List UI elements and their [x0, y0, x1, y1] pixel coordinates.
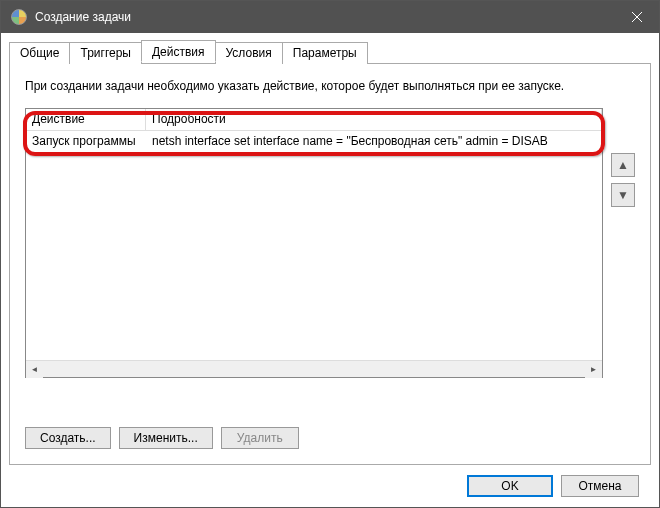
window-title: Создание задачи [35, 10, 131, 24]
close-button[interactable] [614, 1, 659, 33]
scroll-left-icon[interactable]: ◄ [26, 361, 43, 378]
content-area: Общие Триггеры Действия Условия Параметр… [1, 33, 659, 507]
cell-details: netsh interface set interface name = "Бе… [146, 132, 602, 150]
close-icon [632, 12, 642, 22]
tab-settings[interactable]: Параметры [282, 42, 368, 64]
app-icon [11, 9, 27, 25]
actions-table[interactable]: Действие Подробности Запуск программы ne… [25, 108, 603, 378]
table-row[interactable]: Запуск программы netsh interface set int… [26, 131, 602, 151]
cell-action: Запуск программы [26, 132, 146, 150]
move-down-button[interactable]: ▼ [611, 183, 635, 207]
reorder-buttons: ▲ ▼ [611, 108, 635, 417]
table-header: Действие Подробности [26, 109, 602, 131]
delete-button[interactable]: Удалить [221, 427, 299, 449]
tab-conditions[interactable]: Условия [215, 42, 283, 64]
create-button[interactable]: Создать... [25, 427, 111, 449]
scroll-right-icon[interactable]: ► [585, 361, 602, 378]
column-action[interactable]: Действие [26, 109, 146, 130]
tab-general[interactable]: Общие [9, 42, 70, 64]
dialog-buttons: OK Отмена [9, 465, 651, 507]
table-area: Действие Подробности Запуск программы ne… [25, 108, 635, 417]
edit-button[interactable]: Изменить... [119, 427, 213, 449]
titlebar: Создание задачи [1, 1, 659, 33]
arrow-up-icon: ▲ [617, 158, 629, 172]
move-up-button[interactable]: ▲ [611, 153, 635, 177]
table-body: Запуск программы netsh interface set int… [26, 131, 602, 360]
tab-bar: Общие Триггеры Действия Условия Параметр… [9, 41, 651, 64]
h-scrollbar[interactable]: ◄ ► [26, 360, 602, 377]
dialog-window: Создание задачи Общие Триггеры Действия … [0, 0, 660, 508]
action-buttons: Создать... Изменить... Удалить [25, 427, 635, 449]
actions-panel: При создании задачи необходимо указать д… [9, 64, 651, 465]
column-details[interactable]: Подробности [146, 109, 602, 130]
cancel-button[interactable]: Отмена [561, 475, 639, 497]
ok-button[interactable]: OK [467, 475, 553, 497]
arrow-down-icon: ▼ [617, 188, 629, 202]
panel-description: При создании задачи необходимо указать д… [25, 79, 635, 93]
tab-triggers[interactable]: Триггеры [69, 42, 142, 64]
tab-actions[interactable]: Действия [141, 40, 216, 62]
